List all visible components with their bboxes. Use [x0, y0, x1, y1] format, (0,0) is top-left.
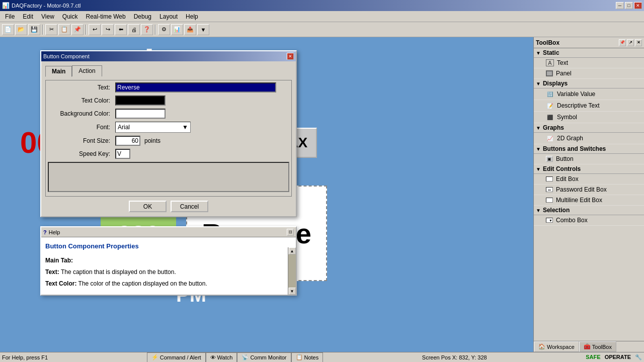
help-panel-title: Help [49, 229, 60, 235]
dialog-inner-panel [48, 162, 289, 192]
font-size-unit: points [142, 137, 160, 144]
help-text-label: Text: [45, 268, 59, 276]
help-panel: ? Help ⊡ Button Component Properties Mai… [40, 226, 297, 296]
modal-overlay: Button Component ✕ Main Action Text: [0, 0, 644, 362]
font-label: Font: [48, 124, 113, 131]
bg-color-label: Background Color: [48, 110, 113, 117]
help-scroll-up-button[interactable]: ▲ [289, 247, 296, 254]
speed-key-label: Speed Key: [48, 150, 113, 157]
dropdown-arrow-icon: ▼ [182, 124, 188, 131]
help-text-field-desc: Text: The caption that is displayed on t… [45, 267, 286, 277]
help-content-title: Button Component Properties [45, 241, 286, 252]
dialog-content: Main Action Text: Text Color: [41, 61, 296, 216]
text-color-label: Text Color: [48, 97, 113, 104]
dialog-title-bar: Button Component ✕ [41, 51, 296, 61]
help-title-bar: ? Help ⊡ [41, 227, 296, 237]
help-scroll-track[interactable] [288, 254, 296, 288]
text-field-label: Text: [48, 84, 113, 91]
font-size-input[interactable] [115, 136, 140, 146]
dialog-tab-main[interactable]: Main [45, 66, 72, 77]
dialog-tab-action[interactable]: Action [72, 65, 102, 76]
text-color-row: Text Color: [48, 96, 289, 106]
speed-key-row: Speed Key: [48, 149, 289, 159]
font-dropdown[interactable]: Arial ▼ [115, 122, 191, 133]
speed-key-input[interactable] [115, 149, 130, 159]
cancel-button[interactable]: Cancel [171, 201, 208, 212]
dialog-title: Button Component [43, 53, 90, 59]
help-main-tab-label: Main Tab: [45, 256, 286, 265]
help-text-color-label: Text Color: [45, 280, 76, 287]
font-row: Font: Arial ▼ [48, 122, 289, 133]
dialog-tab-content: Text: Text Color: Background Color: Font… [45, 80, 292, 197]
dialog-buttons: OK Cancel [45, 201, 292, 212]
dialog-close-button[interactable]: ✕ [287, 53, 294, 60]
button-component-dialog: Button Component ✕ Main Action Text: [40, 50, 297, 217]
text-field-input[interactable] [115, 82, 276, 93]
ok-button[interactable]: OK [129, 201, 167, 212]
help-scrollbar: ▲ ▼ [288, 247, 296, 295]
help-body: Button Component Properties Main Tab: Te… [41, 237, 296, 295]
font-size-row: Font Size: points [48, 136, 289, 146]
help-question-icon: ? [43, 229, 47, 235]
font-size-label: Font Size: [48, 137, 113, 144]
dialog-tabs: Main Action [45, 65, 292, 76]
help-expand-button[interactable]: ⊡ [287, 229, 294, 236]
help-scroll-down-button[interactable]: ▼ [289, 288, 296, 295]
bg-color-swatch[interactable] [115, 109, 166, 119]
help-text-color-field-desc: Text Color: The color of the caption dis… [45, 279, 286, 289]
help-content: Button Component Properties Main Tab: Te… [41, 237, 296, 295]
help-title-left: ? Help [43, 229, 60, 235]
text-color-swatch[interactable] [115, 96, 166, 106]
bg-color-row: Background Color: [48, 109, 289, 119]
text-field-row: Text: [48, 82, 289, 93]
